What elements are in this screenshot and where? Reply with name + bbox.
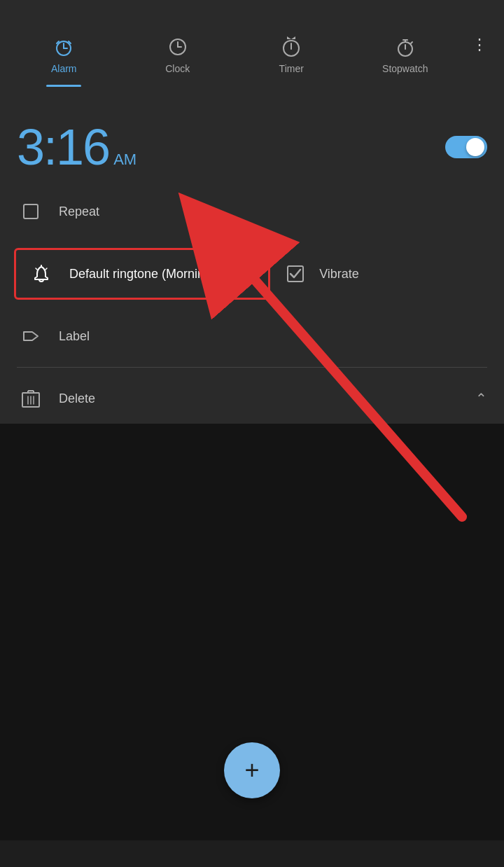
vibrate-label: Vibrate: [319, 267, 359, 282]
vibrate-checkbox[interactable]: [281, 260, 309, 288]
tab-timer[interactable]: Timer: [234, 0, 349, 97]
tab-alarm[interactable]: Alarm: [7, 0, 121, 97]
svg-marker-8: [287, 36, 291, 39]
alarm-icon: [53, 36, 74, 57]
time-row: 3:16 AM: [17, 111, 487, 186]
svg-marker-9: [291, 36, 295, 39]
toggle-knob: [466, 138, 484, 156]
more-menu-button[interactable]: ⋮: [462, 0, 497, 97]
top-navigation: Alarm Clock Timer: [0, 0, 504, 97]
chevron-up-icon: ⌃: [475, 390, 487, 407]
divider: [17, 367, 487, 368]
svg-line-19: [46, 268, 47, 270]
empty-area: +: [0, 424, 504, 840]
repeat-row[interactable]: Repeat: [17, 186, 487, 237]
tab-timer-label: Timer: [279, 63, 304, 74]
label-icon: [17, 322, 45, 350]
time-display[interactable]: 3:16 AM: [17, 122, 136, 172]
timer-icon: [281, 36, 302, 57]
ringtone-container[interactable]: Default ringtone (Morning Flower): [14, 248, 270, 300]
time-ampm: AM: [113, 151, 136, 169]
tab-stopwatch[interactable]: Stopwatch: [349, 0, 463, 97]
alarm-detail-panel: 3:16 AM Repeat: [0, 97, 504, 424]
ringtone-row[interactable]: Default ringtone (Morning Flower): [17, 245, 267, 303]
tab-clock-label: Clock: [165, 63, 190, 74]
time-value: 3:16: [17, 122, 109, 172]
svg-rect-16: [24, 204, 38, 219]
tab-clock[interactable]: Clock: [121, 0, 235, 97]
add-icon: +: [244, 758, 259, 783]
add-alarm-button[interactable]: +: [224, 742, 280, 798]
stopwatch-icon: [395, 36, 416, 57]
tab-stopwatch-label: Stopwatch: [382, 63, 428, 74]
ringtone-vibrate-row: Default ringtone (Morning Flower) Vibrat…: [17, 237, 487, 311]
label-text: Label: [59, 329, 487, 344]
delete-icon: [17, 384, 45, 412]
clock-icon: [167, 36, 188, 57]
svg-line-18: [36, 268, 37, 270]
repeat-label: Repeat: [59, 204, 487, 219]
tab-alarm-label: Alarm: [51, 63, 77, 74]
delete-row[interactable]: Delete ⌃: [17, 373, 487, 424]
repeat-icon: [17, 197, 45, 226]
delete-label: Delete: [59, 391, 461, 406]
label-row[interactable]: Label: [17, 311, 487, 361]
vibrate-row[interactable]: Vibrate: [281, 260, 359, 288]
alarm-toggle[interactable]: [445, 136, 487, 158]
svg-line-15: [411, 42, 412, 43]
ringtone-label: Default ringtone (Morning Flower): [69, 267, 257, 282]
ringtone-icon: [27, 260, 55, 288]
